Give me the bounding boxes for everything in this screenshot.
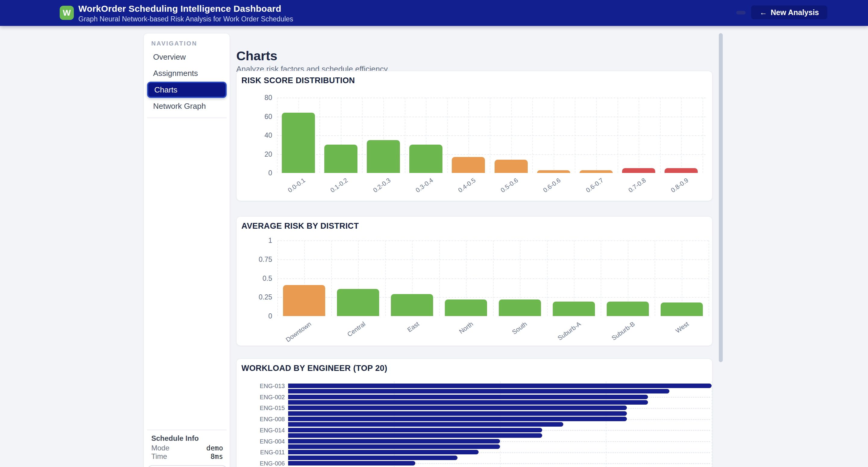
x-axis-label: 0.2-0.3: [372, 177, 392, 194]
x-axis-label: 0.6-0.6: [542, 177, 562, 194]
gridline-horizontal: [277, 259, 709, 260]
schedule-info-title: Schedule Info: [151, 434, 198, 443]
x-axis-label: 0.4-0.5: [457, 177, 477, 194]
average-risk-by-district-card: AVERAGE RISK BY DISTRICT 00.250.50.751Do…: [236, 216, 712, 346]
gridline-horizontal: [277, 135, 706, 136]
bar-downtown: [283, 285, 325, 316]
gridline-horizontal: [277, 117, 706, 117]
new-analysis-button[interactable]: ← New Analysis: [751, 5, 827, 19]
gridline-horizontal: [277, 241, 709, 241]
gridline-vertical: [712, 381, 712, 467]
bar-suburb-a: [553, 302, 595, 316]
bar-eng-011: [288, 450, 478, 454]
risk-score-distribution-chart: 0204060800.0-0.10.1-0.20.2-0.30.3-0.40.4…: [237, 71, 712, 201]
y-axis-label-eng-015: ENG-015: [246, 405, 285, 411]
y-axis-label-eng-004: ENG-004: [246, 438, 285, 444]
bar-eng-013: [288, 383, 712, 388]
sidebar-item-charts[interactable]: Charts: [147, 82, 227, 98]
gridline-horizontal: [277, 98, 706, 98]
app-subtitle: Graph Neural Network-based Risk Analysis…: [79, 15, 293, 23]
sidebar-item-network-graph[interactable]: Network Graph: [147, 99, 227, 113]
x-axis-label: 0.7-0.8: [627, 177, 647, 194]
gridline-vertical: [606, 381, 607, 467]
bar-0-7-0-8: [622, 168, 655, 173]
bar-north: [445, 300, 487, 316]
bar-south: [499, 300, 541, 316]
y-axis-tick: 20: [242, 151, 272, 158]
y-axis-label-eng-002: ENG-002: [246, 394, 285, 400]
bar-eng-006: [288, 461, 415, 466]
y-axis-tick: 1: [242, 237, 272, 244]
new-analysis-label: New Analysis: [771, 8, 819, 17]
arrow-left-icon: ←: [760, 8, 767, 17]
risk-score-distribution-card: RISK SCORE DISTRIBUTION 0204060800.0-0.1…: [236, 71, 712, 201]
x-axis-label: 0.3-0.4: [414, 177, 434, 194]
y-axis-tick: 0.75: [242, 256, 272, 263]
average-risk-by-district-chart: 00.250.50.751DowntownCentralEastNorthSou…: [237, 217, 712, 346]
x-axis-label: 0.1-0.2: [329, 177, 349, 194]
x-axis-label: 0.5-0.6: [499, 177, 520, 194]
sidebar: NAVIGATION OverviewAssignmentsChartsNetw…: [144, 33, 230, 467]
bar-eng-004: [288, 439, 500, 443]
bar-west: [661, 303, 703, 316]
header-pill-decoration: [736, 11, 746, 14]
sidebar-item-overview[interactable]: Overview: [147, 50, 227, 64]
x-axis-label: North: [458, 320, 475, 335]
bar-engineer-13: [288, 456, 458, 460]
schedule-info-key: Time: [151, 452, 167, 461]
bar-eng-014: [288, 428, 542, 432]
bar-engineer-3: [288, 400, 648, 405]
bar-0-2-0-3: [367, 140, 400, 173]
sidebar-bottom-button[interactable]: [147, 465, 227, 467]
sidebar-item-assignments[interactable]: Assignments: [147, 66, 227, 80]
bar-0-6-0-7: [580, 170, 613, 173]
y-axis-tick: 80: [242, 94, 272, 101]
bar-engineer-7: [288, 422, 563, 427]
bar-engineer-9: [288, 433, 542, 438]
bar-engineer-1: [288, 389, 670, 394]
bar-central: [337, 289, 379, 316]
schedule-info-divider: [147, 430, 227, 430]
x-axis-label: Downtown: [284, 320, 313, 343]
bar-0-1-0-2: [324, 145, 358, 173]
bar-eng-008: [288, 417, 627, 421]
y-axis-label-eng-006: ENG-006: [246, 460, 285, 466]
bar-0-0-0-1: [282, 113, 315, 173]
schedule-info-value: 8ms: [210, 453, 223, 460]
schedule-info-row-mode: Modedemo: [151, 444, 223, 452]
x-axis-label: East: [406, 320, 421, 334]
y-axis-tick: 60: [242, 113, 272, 120]
x-axis-label: South: [511, 320, 529, 336]
bar-0-4-0-5: [452, 157, 485, 173]
bar-0-3-0-4: [409, 145, 442, 173]
x-axis-label: 0.0-0.1: [287, 177, 307, 194]
x-axis-label: Central: [346, 320, 367, 338]
sidebar-divider: [147, 118, 227, 118]
page-title: Charts: [236, 49, 277, 63]
navigation-section-label: NAVIGATION: [151, 40, 197, 47]
y-axis-label-eng-011: ENG-011: [246, 449, 285, 455]
y-axis-tick: 0: [242, 313, 272, 320]
workload-by-engineer-chart: ENG-013ENG-002ENG-015ENG-008ENG-014ENG-0…: [237, 359, 712, 467]
schedule-info-key: Mode: [151, 444, 169, 452]
bar-engineer-11: [288, 444, 500, 449]
app-header: W WorkOrder Scheduling Intelligence Dash…: [0, 0, 868, 26]
app-title: WorkOrder Scheduling Intelligence Dashbo…: [79, 4, 281, 14]
x-axis-label: West: [674, 320, 690, 335]
gridline-vertical: [709, 241, 709, 316]
schedule-info-row-time: Time8ms: [151, 452, 223, 461]
y-axis-tick: 0: [242, 169, 272, 177]
vertical-scrollbar-thumb[interactable]: [719, 33, 723, 362]
bar-eng-015: [288, 406, 627, 410]
bar-0-8-0-9: [664, 168, 698, 173]
gridline-horizontal: [277, 278, 709, 279]
schedule-info-value: demo: [207, 444, 223, 452]
y-axis-tick: 0.25: [242, 294, 272, 301]
workload-by-engineer-card: WORKLOAD BY ENGINEER (TOP 20) ENG-013ENG…: [236, 359, 712, 467]
y-axis-tick: 40: [242, 132, 272, 139]
bar-0-6-0-6: [537, 170, 570, 173]
x-axis-label: Suburb-A: [556, 320, 582, 342]
app-logo: W: [60, 6, 74, 20]
bar-east: [391, 294, 433, 316]
logo-letter: W: [63, 8, 70, 18]
